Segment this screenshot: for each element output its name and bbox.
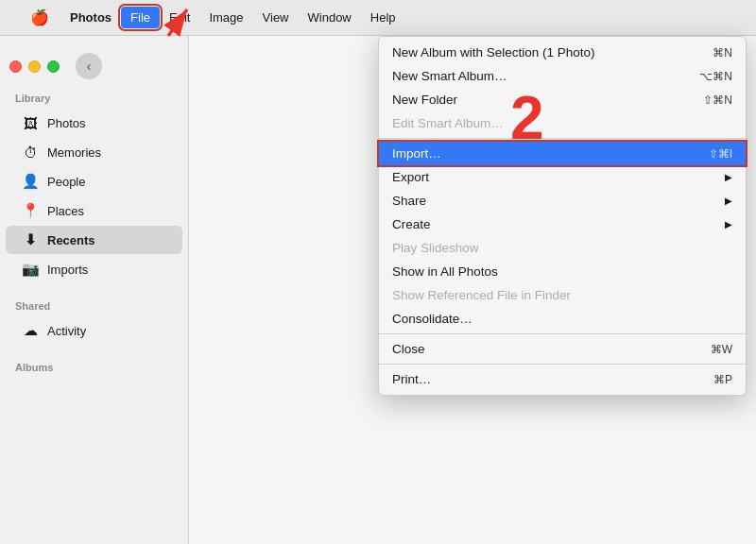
menu-item-print[interactable]: Print… ⌘P — [379, 367, 746, 391]
sidebar-item-places-label: Places — [47, 204, 84, 218]
file-menu[interactable]: File — [121, 7, 160, 28]
menu-item-show-referenced-label: Show Referenced File in Finder — [392, 288, 571, 302]
library-section-label: Library — [0, 85, 188, 108]
albums-section-label: Albums — [0, 354, 188, 377]
menu-item-print-label: Print… — [392, 372, 431, 386]
help-menu[interactable]: Help — [361, 7, 405, 28]
menu-item-show-all-photos-label: Show in All Photos — [392, 264, 498, 279]
sidebar-item-people-label: People — [47, 175, 85, 189]
view-menu[interactable]: View — [253, 7, 299, 28]
menu-item-new-smart-album-shortcut: ⌥⌘N — [699, 70, 732, 83]
menu-item-show-referenced: Show Referenced File in Finder — [379, 283, 746, 307]
sidebar-item-imports-label: Imports — [47, 263, 88, 277]
menu-item-close-label: Close — [392, 342, 425, 356]
activity-icon: ☁ — [21, 321, 40, 340]
sidebar-item-activity[interactable]: ☁ Activity — [6, 316, 182, 345]
sidebar-item-memories-label: Memories — [47, 145, 101, 160]
back-button[interactable]: ‹ — [76, 53, 102, 79]
separator-2 — [379, 333, 746, 334]
menu-item-close-shortcut: ⌘W — [711, 343, 732, 356]
photos-icon: 🖼 — [21, 113, 40, 132]
close-button[interactable] — [9, 60, 22, 73]
menu-item-new-album-selection-shortcut: ⌘N — [713, 46, 732, 60]
people-icon: 👤 — [21, 172, 40, 191]
apple-menu[interactable]: 🍎 — [19, 5, 60, 30]
memories-icon: ⏱ — [21, 143, 40, 162]
image-menu[interactable]: Image — [199, 7, 252, 28]
sidebar-item-imports[interactable]: 📷 Imports — [6, 255, 182, 283]
sidebar-item-memories[interactable]: ⏱ Memories — [6, 138, 182, 166]
menu-item-new-folder-label: New Folder — [392, 93, 457, 107]
sidebar-item-photos-label: Photos — [47, 116, 85, 130]
recents-icon: ⬇ — [21, 230, 40, 249]
menu-item-consolidate-label: Consolidate… — [392, 312, 472, 326]
separator-3 — [379, 364, 746, 365]
window-menu[interactable]: Window — [299, 7, 361, 28]
app-name-menu[interactable]: Photos — [60, 7, 121, 28]
menu-item-consolidate[interactable]: Consolidate… — [379, 307, 746, 331]
sidebar-item-people[interactable]: 👤 People — [6, 167, 182, 196]
menu-item-play-slideshow-label: Play Slideshow — [392, 241, 479, 255]
menu-item-new-smart-album[interactable]: New Smart Album… ⌥⌘N — [379, 64, 746, 88]
menu-bar: 🍎 Photos File Edit Image View Window Hel… — [0, 0, 756, 36]
sidebar-item-photos[interactable]: 🖼 Photos — [6, 109, 182, 137]
shared-section-label: Shared — [0, 293, 188, 315]
content-area: New Album with Selection (1 Photo) ⌘N Ne… — [189, 36, 756, 544]
menu-item-export[interactable]: Export — [379, 165, 746, 189]
imports-icon: 📷 — [21, 260, 40, 279]
sidebar-item-activity-label: Activity — [47, 324, 86, 338]
sidebar-item-recents-label: Recents — [47, 233, 95, 247]
menu-item-edit-smart-album: Edit Smart Album… — [379, 111, 746, 135]
menu-item-export-label: Export — [392, 170, 429, 184]
menu-item-import-shortcut: ⇧⌘I — [709, 147, 732, 161]
menu-item-new-folder-shortcut: ⇧⌘N — [703, 94, 732, 107]
menu-item-new-album-selection-label: New Album with Selection (1 Photo) — [392, 45, 595, 60]
menu-item-new-smart-album-label: New Smart Album… — [392, 69, 507, 83]
maximize-button[interactable] — [47, 60, 60, 73]
menu-item-share[interactable]: Share — [379, 189, 746, 212]
sidebar-item-recents[interactable]: ⬇ Recents — [6, 226, 182, 254]
sidebar: ‹ Library 🖼 Photos ⏱ Memories 👤 People 📍… — [0, 36, 189, 544]
sidebar-item-places[interactable]: 📍 Places — [6, 196, 182, 225]
menu-item-play-slideshow: Play Slideshow — [379, 236, 746, 260]
menu-item-create-label: Create — [392, 217, 431, 231]
menu-item-edit-smart-album-label: Edit Smart Album… — [392, 116, 504, 130]
places-icon: 📍 — [21, 201, 40, 220]
menu-item-share-label: Share — [392, 194, 426, 208]
menu-item-new-album-selection[interactable]: New Album with Selection (1 Photo) ⌘N — [379, 41, 746, 64]
minimize-button[interactable] — [28, 60, 41, 73]
menu-item-print-shortcut: ⌘P — [713, 373, 732, 386]
edit-menu[interactable]: Edit — [160, 7, 199, 28]
menu-item-import[interactable]: Import… ⇧⌘I — [379, 142, 746, 165]
file-dropdown-menu: New Album with Selection (1 Photo) ⌘N Ne… — [378, 36, 747, 396]
menu-item-import-label: Import… — [392, 146, 441, 161]
menu-item-new-folder[interactable]: New Folder ⇧⌘N — [379, 88, 746, 111]
separator-1 — [379, 138, 746, 139]
menu-item-create[interactable]: Create — [379, 212, 746, 236]
menu-item-close[interactable]: Close ⌘W — [379, 337, 746, 361]
menu-item-show-all-photos[interactable]: Show in All Photos — [379, 260, 746, 283]
main-area: ‹ Library 🖼 Photos ⏱ Memories 👤 People 📍… — [0, 36, 756, 544]
